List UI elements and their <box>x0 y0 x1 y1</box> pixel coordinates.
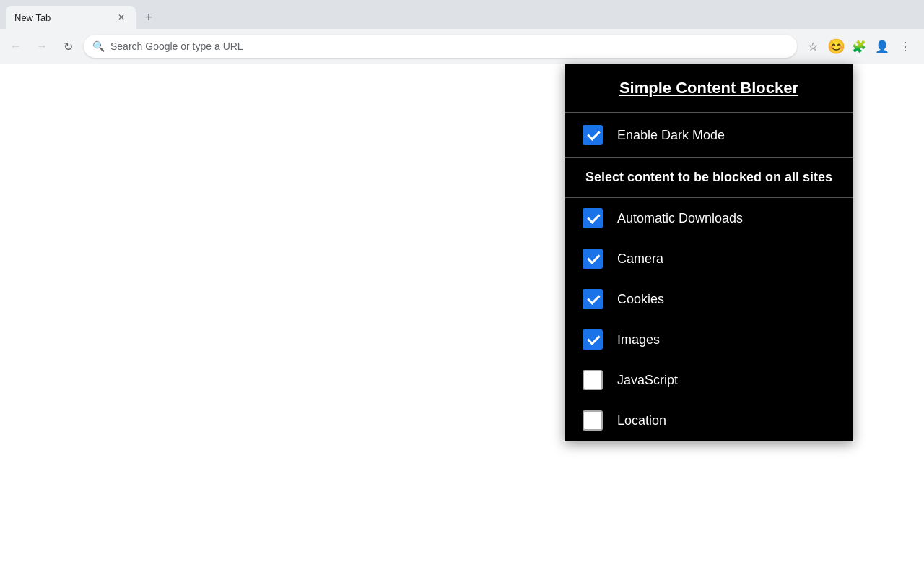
back-button[interactable]: ← <box>6 36 26 56</box>
page-content: Simple Content Blocker Enable Dark Mode … <box>0 64 924 578</box>
browser-chrome: New Tab ✕ + ← → ↻ 🔍 Search Google or typ… <box>0 0 924 64</box>
tab-bar: New Tab ✕ + <box>0 0 924 29</box>
images-label: Images <box>617 332 660 348</box>
cookies-label: Cookies <box>617 292 664 307</box>
bookmark-star-icon[interactable]: ☆ <box>803 36 823 56</box>
camera-label: Camera <box>617 251 663 267</box>
active-tab[interactable]: New Tab ✕ <box>6 6 136 29</box>
panel-header: Simple Content Blocker <box>565 64 853 113</box>
list-item: Camera <box>565 238 853 279</box>
list-item: Cookies <box>565 279 853 319</box>
dark-mode-label: Enable Dark Mode <box>617 128 725 143</box>
automatic-downloads-checkbox-wrap[interactable] <box>583 208 603 228</box>
menu-icon[interactable]: ⋮ <box>895 36 915 56</box>
location-label: Location <box>617 413 666 428</box>
list-item: Automatic Downloads <box>565 198 853 238</box>
address-bar: ← → ↻ 🔍 Search Google or type a URL ☆ 😊 … <box>0 29 924 64</box>
new-tab-button[interactable]: + <box>139 7 159 27</box>
emoji-extension-icon[interactable]: 😊 <box>826 36 846 56</box>
profile-icon[interactable]: 👤 <box>872 36 892 56</box>
camera-checkbox-wrap[interactable] <box>583 249 603 269</box>
dark-mode-row: Enable Dark Mode <box>565 113 853 158</box>
tab-close-button[interactable]: ✕ <box>116 12 127 23</box>
reload-button[interactable]: ↻ <box>58 36 78 56</box>
dark-mode-checkbox-wrap[interactable] <box>583 125 603 145</box>
panel-title: Simple Content Blocker <box>619 79 798 97</box>
javascript-checkbox-wrap[interactable] <box>583 370 603 390</box>
url-bar[interactable]: 🔍 Search Google or type a URL <box>84 35 797 58</box>
list-item: Location <box>565 400 853 441</box>
url-input[interactable]: Search Google or type a URL <box>110 40 788 52</box>
list-item: Images <box>565 319 853 360</box>
list-item: JavaScript <box>565 360 853 400</box>
content-list: Automatic Downloads Camera Cookies <box>565 198 853 441</box>
search-icon: 🔍 <box>92 40 105 52</box>
forward-button[interactable]: → <box>32 36 52 56</box>
javascript-label: JavaScript <box>617 373 678 388</box>
tab-title: New Tab <box>14 12 110 23</box>
extension-panel: Simple Content Blocker Enable Dark Mode … <box>565 64 853 441</box>
location-checkbox-wrap[interactable] <box>583 410 603 431</box>
toolbar-icons: ☆ 😊 🧩 👤 ⋮ <box>803 36 915 56</box>
section-header: Select content to be blocked on all site… <box>565 158 853 198</box>
section-title: Select content to be blocked on all site… <box>585 170 832 184</box>
automatic-downloads-label: Automatic Downloads <box>617 211 743 226</box>
cookies-checkbox-wrap[interactable] <box>583 289 603 309</box>
images-checkbox-wrap[interactable] <box>583 329 603 350</box>
extensions-icon[interactable]: 🧩 <box>849 36 869 56</box>
